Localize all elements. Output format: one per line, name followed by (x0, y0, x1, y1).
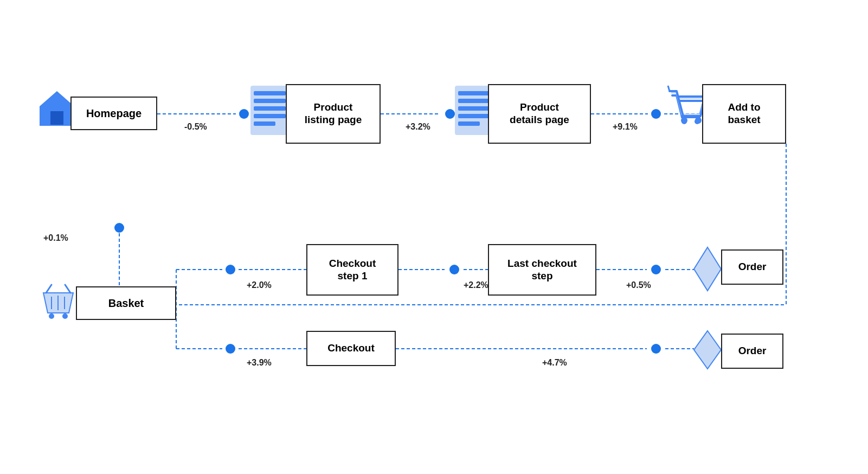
svg-rect-35 (458, 114, 490, 118)
svg-line-41 (668, 86, 670, 91)
svg-rect-33 (458, 99, 490, 103)
svg-marker-47 (694, 247, 721, 291)
basket-node[interactable]: Basket (76, 286, 176, 320)
svg-point-40 (695, 117, 702, 124)
last-checkout-step-node[interactable]: Last checkoutstep (488, 244, 596, 296)
dot-basket-upper (114, 223, 124, 233)
svg-rect-27 (254, 99, 286, 103)
svg-point-39 (681, 117, 687, 124)
svg-rect-24 (50, 111, 63, 125)
dot-pdp-atb (651, 109, 661, 119)
dot-basket-checkout (226, 344, 235, 354)
dot-hp-plp (239, 109, 249, 119)
svg-marker-48 (694, 331, 721, 369)
pct-pdp-atb: +9.1% (613, 122, 638, 132)
add-to-basket-node[interactable]: Add tobasket (702, 84, 786, 144)
checkout-node[interactable]: Checkout (306, 331, 396, 366)
pct-basket: +0.1% (43, 233, 68, 243)
svg-rect-28 (254, 106, 286, 111)
pct-plp-pdp: +3.2% (406, 122, 430, 132)
svg-point-42 (49, 313, 54, 319)
flow-diagram: Homepage Productlisting page Productdeta… (0, 0, 868, 474)
pct-lcs-order-top: +0.5% (626, 280, 651, 290)
svg-rect-36 (458, 121, 480, 126)
dot-lcs-order (651, 265, 661, 274)
checkout-step1-node[interactable]: Checkoutstep 1 (306, 244, 398, 296)
pct-checkout-order-bottom: +4.7% (542, 358, 567, 368)
product-listing-node[interactable]: Productlisting page (286, 84, 381, 144)
dot-checkout-order (651, 344, 661, 354)
order-bottom-node[interactable]: Order (721, 334, 783, 369)
product-details-node[interactable]: Productdetails page (488, 84, 591, 144)
svg-point-43 (62, 313, 68, 319)
pct-basket-cs1: +2.0% (247, 280, 272, 290)
homepage-node[interactable]: Homepage (70, 97, 157, 130)
pct-cs1-lcs: +2.2% (464, 280, 488, 290)
svg-rect-29 (254, 114, 286, 118)
svg-rect-34 (458, 106, 490, 111)
connector-lines (0, 0, 868, 474)
dot-cs1-lcs (449, 265, 459, 274)
order-top-node[interactable]: Order (721, 249, 783, 285)
svg-rect-32 (458, 91, 490, 95)
svg-rect-30 (254, 121, 275, 126)
pct-hp-plp: -0.5% (184, 122, 207, 132)
dot-basket-to-cs1 (226, 265, 235, 274)
dot-plp-pdp (445, 109, 455, 119)
svg-rect-26 (254, 91, 286, 95)
pct-basket-checkout: +3.9% (247, 358, 272, 368)
